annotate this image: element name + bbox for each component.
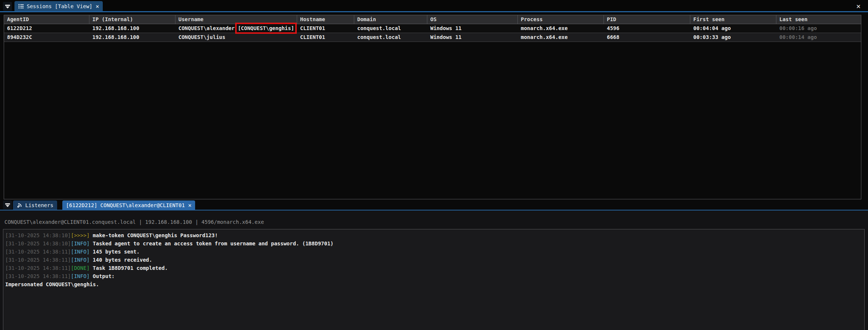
table-body: 6122D212192.168.168.100CONQUEST\alexande… (4, 24, 861, 42)
cell-last-seen: 00:00:14 ago (776, 33, 861, 42)
log-tag-info: [INFO] (71, 241, 90, 246)
cell-domain: conquest.local (354, 33, 427, 42)
session-row-894D232C[interactable]: 894D232C192.168.168.100CONQUEST\juliusCL… (4, 33, 861, 42)
column-header-username[interactable]: Username (175, 15, 297, 24)
agent-console: CONQUEST\alexander@CLIENT01.conquest.loc… (0, 210, 868, 330)
username-value: CONQUEST\julius (178, 34, 225, 40)
cell-pid: 4596 (604, 24, 690, 33)
console-line: [31-10-2025 14:38:11][INFO] 140 bytes re… (5, 256, 864, 264)
session-row-6122D212[interactable]: 6122D212192.168.168.100CONQUEST\alexande… (4, 24, 861, 33)
console-output[interactable]: [31-10-2025 14:38:10][>>>>] make-token C… (3, 229, 865, 330)
log-message: make-token CONQUEST\genghis Password123! (90, 232, 218, 238)
close-icon[interactable]: ✕ (187, 202, 191, 209)
log-message: Impersonated CONQUEST\genghis. (5, 281, 99, 287)
filter-button[interactable] (3, 2, 12, 11)
close-icon[interactable]: ✕ (95, 3, 99, 10)
impersonated-token-highlight: [CONQUEST\genghis] (238, 25, 294, 31)
column-header-os[interactable]: OS (427, 15, 518, 24)
cell-os: Windows 11 (427, 33, 518, 42)
log-tag-cmd: [>>>>] (71, 232, 90, 238)
console-line: [31-10-2025 14:38:11][DONE] Task 1B8D970… (5, 264, 864, 272)
column-header-pid[interactable]: PID (604, 15, 690, 24)
cell-first-seen: 00:03:33 ago (690, 33, 776, 42)
cell-agent-id: 894D232C (4, 33, 89, 42)
tab-label: Sessions [Table View] (27, 3, 92, 9)
log-message: Output: (90, 273, 115, 279)
log-message: Tasked agent to create an access token f… (90, 241, 333, 246)
tab-agent-session[interactable]: [6122D212] CONQUEST\alexander@CLIENT01 ✕ (62, 200, 195, 210)
log-message: Task 1B8D9701 completed. (90, 265, 168, 271)
timestamp: [31-10-2025 14:38:11] (5, 273, 71, 279)
timestamp: [31-10-2025 14:38:11] (5, 265, 71, 271)
sessions-table: AgentIDIP (Internal)UsernameHostnameDoma… (4, 15, 861, 199)
cell-process: monarch.x64.exe (518, 33, 604, 42)
cell-agent-id: 6122D212 (4, 24, 89, 33)
console-line: [31-10-2025 14:38:11][INFO] Output: (5, 272, 864, 280)
bottom-tabbar: Listeners [6122D212] CONQUEST\alexander@… (0, 200, 868, 210)
timestamp: [31-10-2025 14:38:10] (5, 232, 71, 238)
filter-button-bottom[interactable] (3, 200, 12, 209)
table-header-row: AgentIDIP (Internal)UsernameHostnameDoma… (4, 15, 861, 24)
log-tag-info: [INFO] (71, 257, 90, 263)
cell-domain: conquest.local (354, 24, 427, 33)
log-message: 140 bytes received. (90, 257, 152, 263)
log-tag-done: [DONE] (71, 265, 90, 271)
cell-pid: 6668 (604, 33, 690, 42)
cell-process: monarch.x64.exe (518, 24, 604, 33)
cell-hostname: CLIENT01 (297, 33, 354, 42)
log-tag-info: [INFO] (71, 273, 90, 279)
top-tabbar: Sessions [Table View] ✕ (0, 0, 868, 12)
timestamp: [31-10-2025 14:38:11] (5, 249, 71, 255)
column-header-process[interactable]: Process (518, 15, 604, 24)
cell-hostname: CLIENT01 (297, 24, 354, 33)
column-header-domain[interactable]: Domain (354, 15, 427, 24)
havoc-client-window: { "icons": { "close": "✕" }, "top_tabbar… (0, 0, 868, 330)
console-line: [31-10-2025 14:38:10][>>>>] make-token C… (5, 231, 864, 239)
cell-last-seen: 00:00:16 ago (776, 24, 861, 33)
column-header-agentid[interactable]: AgentID (4, 15, 89, 24)
column-header-ip-internal[interactable]: IP (Internal) (89, 15, 175, 24)
column-header-hostname[interactable]: Hostname (297, 15, 354, 24)
filter-icon (5, 202, 10, 208)
column-header-last-seen[interactable]: Last seen (776, 15, 861, 24)
log-message: 145 bytes sent. (90, 249, 140, 255)
timestamp: [31-10-2025 14:38:11] (5, 257, 71, 263)
tab-label: Listeners (25, 202, 53, 208)
cell-username: CONQUEST\julius (175, 33, 297, 42)
panel-close-icon[interactable]: ✕ (857, 2, 861, 10)
list-icon (18, 3, 24, 9)
filter-icon (5, 4, 10, 9)
console-line: [31-10-2025 14:38:10][INFO] Tasked agent… (5, 239, 864, 248)
tab-listeners[interactable]: Listeners (13, 200, 57, 210)
session-info-line: CONQUEST\alexander@CLIENT01.conquest.loc… (4, 219, 264, 225)
cell-os: Windows 11 (427, 24, 518, 33)
log-tag-info: [INFO] (71, 249, 90, 255)
cell-username: CONQUEST\alexander [CONQUEST\genghis] (175, 24, 297, 33)
broadcast-icon (17, 202, 23, 208)
cell-ip-internal: 192.168.168.100 (89, 33, 175, 42)
username-value: CONQUEST\alexander (178, 25, 235, 31)
column-header-first-seen[interactable]: First seen (690, 15, 776, 24)
cell-ip-internal: 192.168.168.100 (89, 24, 175, 33)
tab-sessions-table-view[interactable]: Sessions [Table View] ✕ (14, 1, 103, 11)
console-line: [31-10-2025 14:38:11][INFO] 145 bytes se… (5, 248, 864, 256)
console-line: Impersonated CONQUEST\genghis. (5, 280, 864, 288)
cell-first-seen: 00:04:04 ago (690, 24, 776, 33)
timestamp: [31-10-2025 14:38:10] (5, 241, 71, 246)
tab-label: [6122D212] CONQUEST\alexander@CLIENT01 (66, 202, 185, 208)
